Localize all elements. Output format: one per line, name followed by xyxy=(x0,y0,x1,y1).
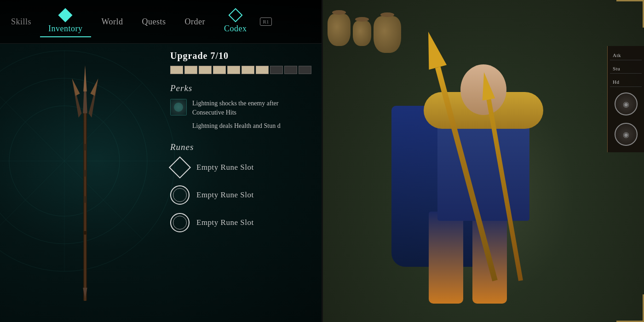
stats-panel: Atk Stu Hd ◉ ◉ xyxy=(607,46,644,152)
rune-slot-circle-icon-1 xyxy=(170,185,190,205)
upgrade-pip-1 xyxy=(170,66,183,74)
svg-rect-14 xyxy=(84,144,86,150)
rune-slot-3[interactable]: Empty Rune Slot xyxy=(170,213,317,232)
svg-marker-13 xyxy=(90,78,98,96)
right-character-panel: Atk Stu Hd ◉ ◉ xyxy=(323,0,644,322)
upgrade-section: Upgrade 7/10 xyxy=(170,51,317,74)
upgrade-pip-4 xyxy=(213,66,226,74)
rune-slot-3-label: Empty Rune Slot xyxy=(196,218,254,227)
svg-rect-7 xyxy=(83,109,87,300)
perk-item-1: Lightning shocks the enemy after Consecu… xyxy=(170,99,317,117)
perk-text-2: Lightning deals Health and Stun d xyxy=(192,121,281,131)
upgrade-pip-5 xyxy=(227,66,240,74)
runes-section: Runes Empty Rune Slot Empty Rune Slot Em… xyxy=(170,142,317,232)
weapon-info-panel: Upgrade 7/10 Perks xyxy=(170,51,317,317)
rune-slot-2-label: Empty Rune Slot xyxy=(196,190,254,200)
upgrade-pip-6 xyxy=(242,66,254,74)
order-label: Order xyxy=(185,17,205,27)
stat-button-1-icon: ◉ xyxy=(623,100,629,109)
stat-row-hd: Hd xyxy=(610,77,642,87)
nav-item-codex[interactable]: Codex xyxy=(216,6,255,37)
r1-badge: R1 xyxy=(260,17,272,26)
svg-marker-11 xyxy=(72,78,80,96)
nav-bar: Skills Inventory World Quests Order Code… xyxy=(0,0,322,44)
rune-slot-2[interactable]: Empty Rune Slot xyxy=(170,185,317,205)
stat-row-stu: Stu xyxy=(610,64,642,74)
upgrade-pip-8 xyxy=(270,66,283,74)
nav-item-inventory[interactable]: Inventory xyxy=(40,6,91,37)
perk-item-2: Lightning deals Health and Stun d xyxy=(170,121,317,131)
character-leg-left xyxy=(429,212,463,304)
perk-text-1: Lightning shocks the enemy after Consecu… xyxy=(192,99,278,117)
svg-rect-15 xyxy=(84,170,86,176)
svg-marker-9 xyxy=(83,65,87,91)
stat-button-2-icon: ◉ xyxy=(623,130,629,139)
corner-decoration-tr xyxy=(616,0,644,28)
active-underline xyxy=(40,36,91,37)
nav-item-quests[interactable]: Quests xyxy=(134,13,174,30)
rune-slot-diamond-icon xyxy=(170,158,190,177)
perks-title: Perks xyxy=(170,83,317,93)
upgrade-pip-9 xyxy=(284,66,297,74)
upgrade-pip-3 xyxy=(199,66,212,74)
skills-label: Skills xyxy=(11,17,31,27)
nav-item-order[interactable]: Order xyxy=(177,13,213,30)
pots-decoration xyxy=(328,14,401,53)
rune-slot-circle-icon-2 xyxy=(170,213,190,232)
inventory-icon xyxy=(58,8,73,22)
quests-label: Quests xyxy=(142,17,166,27)
stat-button-1[interactable]: ◉ xyxy=(615,92,638,115)
character-legs xyxy=(429,212,507,304)
character-figure xyxy=(396,37,571,304)
svg-rect-17 xyxy=(84,231,86,235)
pot-1 xyxy=(328,14,351,46)
runes-title: Runes xyxy=(170,142,317,152)
pot-2 xyxy=(353,21,371,46)
upgrade-bar xyxy=(170,66,317,74)
upgrade-pip-2 xyxy=(184,66,197,74)
stat-label-atk: Atk xyxy=(613,52,621,58)
weapon-display-area xyxy=(0,44,170,322)
codex-icon xyxy=(228,8,242,22)
nav-item-world[interactable]: World xyxy=(93,13,132,30)
perks-section: Perks Lightning shocks the enemy after C… xyxy=(170,83,317,131)
upgrade-value: 7/10 xyxy=(210,51,229,61)
codex-label: Codex xyxy=(224,24,247,34)
upgrade-pip-10 xyxy=(299,66,311,74)
perk-icon-inner-1 xyxy=(174,103,183,112)
stat-button-2[interactable]: ◉ xyxy=(615,123,638,146)
rune-slot-1[interactable]: Empty Rune Slot xyxy=(170,158,317,177)
stat-label-hd: Hd xyxy=(613,79,619,85)
left-inventory-panel: Skills Inventory World Quests Order Code… xyxy=(0,0,322,322)
rune-slot-1-label: Empty Rune Slot xyxy=(196,163,254,172)
corner-decoration-br xyxy=(616,294,644,322)
world-label: World xyxy=(102,17,123,27)
perk-icon-1 xyxy=(170,99,187,115)
stat-row-atk: Atk xyxy=(610,51,642,60)
upgrade-label: Upgrade 7/10 xyxy=(170,51,317,61)
upgrade-pip-7 xyxy=(256,66,269,74)
stat-label-stu: Stu xyxy=(613,66,620,71)
inventory-label: Inventory xyxy=(48,24,82,34)
trident-weapon-image xyxy=(58,57,113,310)
nav-item-skills[interactable]: Skills xyxy=(5,13,38,30)
svg-rect-16 xyxy=(84,196,86,202)
